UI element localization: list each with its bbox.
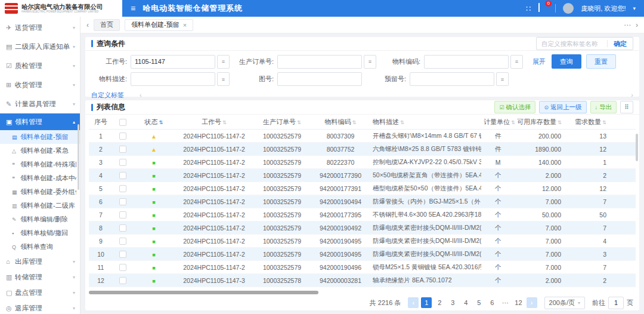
multi-value-icon[interactable]: ≡: [217, 72, 230, 86]
sidebar-item[interactable]: ☑质检管理▾: [0, 56, 80, 75]
table-row[interactable]: 12■2024HPC1105-1147-31000325257894200000…: [89, 274, 636, 287]
sort-icon[interactable]: ⇅: [352, 119, 356, 125]
sidebar-item[interactable]: ✎计量器具管理▾: [0, 94, 80, 113]
row-checkbox[interactable]: [119, 198, 126, 205]
chevron-down-icon[interactable]: ▾: [633, 5, 636, 11]
field-input[interactable]: [410, 72, 494, 86]
search-button[interactable]: 查询: [552, 54, 581, 69]
tab-item[interactable]: 首页: [94, 19, 120, 31]
export-button[interactable]: ↓导出: [590, 101, 617, 113]
column-header[interactable]: 序号: [89, 118, 113, 127]
sidebar-subitem[interactable]: △领料单创建-紧急: [0, 144, 80, 158]
column-header[interactable]: 计量单位⇅: [481, 118, 515, 127]
sidebar-item[interactable]: ▢盘点管理▾: [0, 285, 80, 300]
tabs-scroll-left-icon[interactable]: ‹: [86, 21, 89, 29]
scrollbar-thumb[interactable]: [89, 291, 318, 294]
back-up-level-button[interactable]: ⊙返回上一级: [539, 101, 586, 113]
row-checkbox[interactable]: [119, 172, 126, 179]
chevron-left-icon[interactable]: ‹: [140, 91, 142, 98]
sidebar-subitem[interactable]: ❝领料单创建-成本中心: [0, 171, 80, 185]
sidebar-subitem[interactable]: ▪领料单核销/撤回: [0, 226, 80, 240]
row-checkbox[interactable]: [119, 251, 126, 258]
tabs-more-icon[interactable]: ⋯: [624, 21, 631, 29]
column-header[interactable]: 可用库存数量⇅: [515, 118, 569, 127]
row-checkbox[interactable]: [119, 264, 126, 271]
next-page-button[interactable]: ›: [527, 297, 537, 308]
sidebar-scrollbar[interactable]: [78, 124, 79, 190]
chevron-right-icon[interactable]: ›: [631, 91, 633, 98]
sort-icon[interactable]: ⇅: [602, 119, 606, 125]
page-number-button[interactable]: 6: [487, 297, 497, 308]
sort-icon[interactable]: ⇅: [558, 119, 562, 125]
close-icon[interactable]: ×: [183, 21, 187, 29]
row-checkbox[interactable]: [119, 185, 126, 192]
table-row[interactable]: 3■2024HPC1105-1147-21000325257980222370控…: [89, 156, 636, 169]
confirm-select-button[interactable]: ☑确认选择: [494, 101, 535, 113]
sidebar-subitem[interactable]: ▥领料单创建-二级库: [0, 199, 80, 213]
sidebar-subitem[interactable]: ❝领料单创建-特殊项目: [0, 158, 80, 171]
collapse-menu-icon[interactable]: ≡: [131, 4, 135, 13]
vertical-scrollbar[interactable]: [636, 134, 638, 161]
sidebar-item[interactable]: ◎退库管理▾: [0, 300, 80, 314]
page-number-button[interactable]: 3: [447, 297, 458, 308]
sidebar-subitem[interactable]: ✎领料单编辑/删除: [0, 213, 80, 226]
field-input[interactable]: [277, 55, 362, 69]
sidebar-item[interactable]: ▥转储管理▾: [0, 269, 80, 285]
sidebar-subitem[interactable]: ▤领料单创建-预留: [0, 130, 80, 144]
sidebar-item[interactable]: ✈送货管理▾: [0, 18, 80, 37]
multi-value-icon[interactable]: ≡: [217, 55, 230, 69]
sidebar-item[interactable]: ⊞收货管理▾: [0, 75, 80, 94]
sidebar-item[interactable]: ▣领料管理▴: [0, 113, 80, 130]
table-row[interactable]: 1▲2024HPC1105-1147-21000325257980037309开…: [89, 130, 636, 143]
more-pages-button[interactable]: ···: [500, 297, 510, 308]
multi-value-icon[interactable]: ≡: [496, 72, 509, 86]
sort-icon[interactable]: ⇅: [400, 119, 404, 125]
table-row[interactable]: 2▲2024HPC1105-1147-21000325257980037752六…: [89, 143, 636, 156]
user-avatar[interactable]: [563, 3, 574, 14]
field-input[interactable]: [424, 55, 509, 69]
page-number-button[interactable]: 5: [473, 297, 484, 308]
column-header[interactable]: 物料描述⇅: [370, 118, 481, 127]
sort-icon[interactable]: ⇅: [297, 119, 301, 125]
field-input[interactable]: [131, 72, 215, 86]
column-header[interactable]: 工作号⇅: [175, 118, 253, 127]
page-number-button[interactable]: 12: [513, 297, 524, 308]
column-header[interactable]: 需求数量⇅: [569, 118, 615, 127]
row-checkbox[interactable]: [119, 159, 126, 166]
row-checkbox[interactable]: [119, 146, 126, 153]
sidebar-item[interactable]: ⌂出库管理▾: [0, 254, 80, 269]
column-header[interactable]: 生产订单号⇅: [253, 118, 311, 127]
row-checkbox[interactable]: [119, 238, 126, 245]
table-row[interactable]: 10■2024HPC1105-1147-21000325257994200019…: [89, 248, 636, 261]
page-size-select[interactable]: 200条/页 ▾: [544, 297, 585, 309]
page-number-button[interactable]: 2: [434, 297, 445, 308]
row-checkbox[interactable]: [119, 211, 126, 218]
table-row[interactable]: 6■2024HPC1105-1147-210003252579942000190…: [89, 195, 636, 208]
custom-search-tag-input[interactable]: [537, 40, 607, 47]
field-input[interactable]: [277, 72, 362, 86]
page-number-button[interactable]: 1: [421, 297, 432, 308]
table-row[interactable]: 11■2024HPC1105-1147-21000325257994200019…: [89, 261, 636, 274]
goto-page-input[interactable]: [608, 297, 624, 309]
custom-tag-link[interactable]: 自定义标签: [91, 91, 124, 100]
multi-value-icon[interactable]: ≡: [364, 55, 376, 69]
confirm-tag-button[interactable]: 确定: [608, 39, 633, 48]
tab-item[interactable]: 领料单创建-预留×: [125, 19, 193, 31]
sort-icon[interactable]: ⇅: [222, 119, 227, 125]
sort-icon[interactable]: ⇅: [159, 119, 163, 125]
column-header[interactable]: 状态⇅: [133, 118, 175, 127]
row-checkbox[interactable]: [119, 277, 126, 284]
table-row[interactable]: 8■2024HPC1105-1147-210003252579942000190…: [89, 221, 636, 235]
row-checkbox[interactable]: [119, 224, 126, 232]
horizontal-scrollbar[interactable]: [89, 291, 636, 294]
sidebar-subitem[interactable]: Q领料单查询: [0, 240, 80, 254]
table-row[interactable]: 7■2024HPC1105-1147-210003252579942000177…: [89, 208, 636, 221]
sidebar-item[interactable]: ▤二级库入库通知单▾: [0, 37, 80, 56]
prev-page-button[interactable]: ‹: [408, 297, 419, 308]
field-input[interactable]: [131, 55, 215, 69]
table-row[interactable]: 4■2024HPC1105-1147-210003252579942000177…: [89, 169, 636, 182]
column-header[interactable]: 物料编码⇅: [311, 118, 370, 127]
fullscreen-icon[interactable]: ∷: [526, 4, 531, 13]
notification-bell-icon[interactable]: 0: [538, 4, 548, 13]
expand-link[interactable]: 展开: [532, 57, 546, 66]
